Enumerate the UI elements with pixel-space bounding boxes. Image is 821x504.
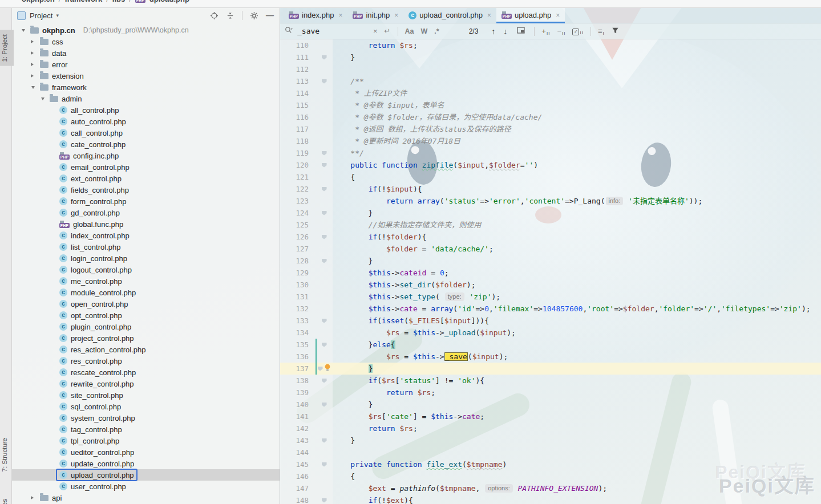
code-line-135[interactable]: 135 }else{ (280, 339, 821, 351)
code-line-112[interactable]: 112 (280, 63, 821, 75)
fold-icon[interactable] (322, 462, 327, 467)
code-line-116[interactable]: 116 * @参数 $folder，存储目录，为空使用data/cache/ (280, 111, 821, 123)
find-in-selection-icon[interactable] (517, 27, 525, 35)
code-line-125[interactable]: 125 //如果未指定存储文件夹，则使用 (280, 219, 821, 231)
tree-item-tag_control.php[interactable]: ctag_control.php (11, 424, 280, 435)
tree-item-site_control.php[interactable]: csite_control.php (11, 389, 280, 401)
code-line-126[interactable]: 126 if(!$folder){ (280, 231, 821, 243)
code-line-115[interactable]: 115 * @参数 $input，表单名 (280, 99, 821, 111)
tree-item-sql_control.php[interactable]: csql_control.php (11, 401, 280, 412)
line-number[interactable]: 125 (280, 219, 316, 231)
line-number[interactable]: 119 (280, 147, 316, 159)
code-line-110[interactable]: 110 return $rs; (280, 39, 821, 51)
code-line-136[interactable]: 136 $rs = $this->_save($input); (280, 351, 821, 363)
line-number[interactable]: 143 (280, 434, 316, 446)
line-number[interactable]: 141 (280, 410, 316, 422)
fold-icon[interactable] (322, 498, 327, 503)
newline-icon[interactable]: ↵ (385, 27, 391, 35)
line-number[interactable]: 139 (280, 387, 316, 399)
tree-item-fields_control.php[interactable]: cfields_control.php (11, 184, 280, 196)
line-number[interactable]: 110 (280, 39, 316, 51)
tree-item-data[interactable]: data (11, 47, 280, 59)
tab-init.php[interactable]: PHPinit.php× (347, 7, 403, 23)
line-number[interactable]: 132 (280, 303, 316, 315)
code-line-138[interactable]: 138 if($rs['status'] != 'ok'){ (280, 375, 821, 387)
tree-item-all_control.php[interactable]: call_control.php (11, 104, 280, 116)
tree-item-admin[interactable]: admin (11, 93, 280, 104)
line-number[interactable]: 123 (280, 195, 316, 207)
tree-item-res_action_control.php[interactable]: cres_action_control.php (11, 344, 280, 355)
line-number[interactable]: 134 (280, 327, 316, 339)
fold-icon[interactable] (322, 163, 327, 168)
line-number[interactable]: 137 (280, 363, 316, 375)
breadcrumb-item[interactable]: okphp.cn (22, 0, 55, 3)
tool-window-button-structure[interactable]: 7: Structure (0, 434, 14, 475)
code-line-121[interactable]: 121 { (280, 171, 821, 183)
line-number[interactable]: 146 (280, 470, 316, 482)
hide-panel-icon[interactable]: — (266, 11, 274, 19)
line-number[interactable]: 124 (280, 207, 316, 219)
code-line-140[interactable]: 140 } (280, 399, 821, 410)
tree-item-framework[interactable]: framework (11, 82, 280, 93)
fold-icon[interactable] (322, 259, 327, 263)
line-number[interactable]: 126 (280, 231, 316, 243)
fold-icon[interactable] (322, 211, 327, 216)
chevron-right-icon[interactable] (29, 51, 37, 55)
fold-icon[interactable] (322, 151, 327, 156)
line-number[interactable]: 118 (280, 135, 316, 147)
search-options-icon[interactable]: ≡I (598, 27, 605, 36)
fold-icon[interactable] (322, 438, 327, 443)
line-number[interactable]: 147 (280, 482, 316, 494)
line-number[interactable]: 128 (280, 255, 316, 267)
tree-item-css[interactable]: css (11, 36, 280, 47)
tree-item-opt_control.php[interactable]: copt_control.php (11, 310, 280, 321)
code-line-119[interactable]: 119 **/ (280, 147, 821, 159)
line-number[interactable]: 136 (280, 351, 316, 363)
tab-index.php[interactable]: PHPindex.php× (284, 7, 347, 23)
tree-item-update_control.php[interactable]: cupdate_control.php (11, 458, 280, 469)
fold-icon[interactable] (322, 319, 327, 323)
remove-occurrence-button[interactable]: −II (557, 27, 565, 36)
tree-item-login_control.php[interactable]: clogin_control.php (11, 253, 280, 264)
line-number[interactable]: 111 (280, 51, 316, 63)
tree-item-rewrite_control.php[interactable]: crewrite_control.php (11, 378, 280, 389)
project-panel-title[interactable]: Project (30, 11, 52, 20)
next-match-button[interactable]: ↓ (503, 27, 507, 36)
tree-item-list_control.php[interactable]: clist_control.php (11, 241, 280, 253)
tree-item-global.func.php[interactable]: PHPglobal.func.php (11, 218, 280, 230)
tree-item-open_control.php[interactable]: copen_control.php (11, 298, 280, 310)
line-number[interactable]: 142 (280, 422, 316, 434)
code-line-132[interactable]: 132 $this->cate = array('id'=>0,'filemax… (280, 303, 821, 315)
line-number[interactable]: 121 (280, 171, 316, 183)
filter-icon[interactable] (612, 27, 619, 36)
line-number[interactable]: 145 (280, 458, 316, 470)
tree-item-email_control.php[interactable]: cemail_control.php (11, 161, 280, 173)
chevron-right-icon[interactable] (29, 63, 37, 66)
code-line-133[interactable]: 133 if(isset($_FILES[$input])){ (280, 315, 821, 327)
chevron-down-icon[interactable] (39, 96, 46, 102)
tree-item-ueditor_control.php[interactable]: cueditor_control.php (11, 446, 280, 458)
code-line-128[interactable]: 128 } (280, 255, 821, 267)
code-line-143[interactable]: 143 } (280, 434, 821, 446)
line-number[interactable]: 135 (280, 339, 316, 351)
tree-item-module_control.php[interactable]: cmodule_control.php (11, 287, 280, 298)
chevron-down-icon[interactable] (19, 27, 27, 34)
fold-icon[interactable] (322, 343, 327, 347)
code-line-144[interactable]: 144 (280, 446, 821, 458)
code-line-111[interactable]: 111 } (280, 51, 821, 63)
collapse-all-icon[interactable] (226, 11, 234, 20)
line-number[interactable]: 140 (280, 399, 316, 410)
code-line-130[interactable]: 130 $this->set_dir($folder); (280, 279, 821, 291)
code-line-137[interactable]: 137 } (280, 363, 821, 375)
fold-icon[interactable] (318, 367, 323, 371)
line-number[interactable]: 127 (280, 243, 316, 255)
tree-item-index_control.php[interactable]: cindex_control.php (11, 230, 280, 241)
line-number[interactable]: 120 (280, 159, 316, 171)
tool-window-button-project[interactable]: 1: Project (0, 30, 14, 66)
tree-item-res_control.php[interactable]: cres_control.php (11, 355, 280, 367)
tree-item-api[interactable]: api (11, 492, 280, 503)
line-number[interactable]: 112 (280, 63, 316, 75)
words-toggle[interactable]: W (420, 27, 427, 35)
breadcrumb-item[interactable]: framework (64, 0, 102, 3)
tree-item-config.inc.php[interactable]: PHPconfig.inc.php (11, 150, 280, 161)
